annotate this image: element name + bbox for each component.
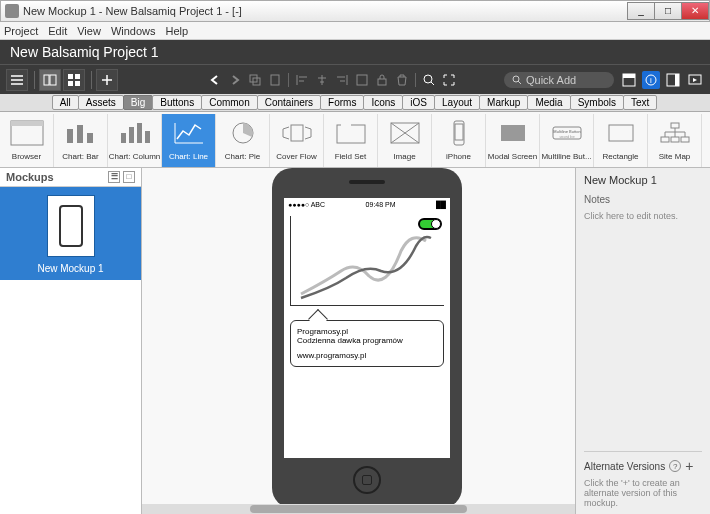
menu-project[interactable]: Project — [4, 25, 38, 37]
tab-containers[interactable]: Containers — [257, 95, 321, 110]
tab-all[interactable]: All — [52, 95, 79, 110]
notes-field[interactable]: Click here to edit notes. — [584, 211, 702, 221]
alternate-versions-label: Alternate Versions — [584, 461, 665, 472]
tab-symbols[interactable]: Symbols — [570, 95, 624, 110]
svg-rect-5 — [75, 81, 80, 86]
hamburger-button[interactable] — [6, 69, 28, 91]
shelf-multiline-button[interactable]: Multiline Buttonsecond lineMultiline But… — [540, 114, 594, 167]
category-tabs: All Assets Big Buttons Common Containers… — [0, 94, 710, 112]
tab-forms[interactable]: Forms — [320, 95, 364, 110]
panel-toggle-button[interactable] — [664, 71, 682, 89]
toggle-switch-widget[interactable] — [418, 218, 442, 230]
svg-rect-0 — [44, 75, 49, 85]
add-button[interactable] — [96, 69, 118, 91]
shelf-modal-screen[interactable]: Modal Screen — [486, 114, 540, 167]
shelf-cover-flow[interactable]: Cover Flow — [270, 114, 324, 167]
horizontal-scrollbar[interactable] — [142, 504, 575, 514]
menu-view[interactable]: View — [77, 25, 101, 37]
zoom-icon[interactable] — [422, 73, 436, 87]
tab-markup[interactable]: Markup — [479, 95, 528, 110]
svg-rect-30 — [291, 125, 303, 141]
lock-icon[interactable] — [375, 73, 389, 87]
mockup-thumbnail — [47, 195, 95, 257]
copy-icon[interactable] — [248, 73, 262, 87]
shelf-chart-pie[interactable]: Chart: Pie — [216, 114, 270, 167]
shelf-rectangle[interactable]: Rectangle — [594, 114, 648, 167]
svg-rect-36 — [501, 125, 525, 141]
shelf-chart-line[interactable]: Chart: Line — [162, 114, 216, 167]
redo-icon[interactable] — [228, 73, 242, 87]
mockups-sidebar: Mockups ☰ □ New Mockup 1 — [0, 168, 142, 514]
svg-rect-35 — [455, 124, 463, 140]
svg-rect-14 — [623, 74, 635, 78]
svg-rect-41 — [671, 123, 679, 128]
window-title: New Mockup 1 - New Balsamiq Project 1 - … — [23, 5, 628, 17]
align-right-icon[interactable] — [335, 73, 349, 87]
undo-icon[interactable] — [208, 73, 222, 87]
svg-rect-44 — [681, 137, 689, 142]
tab-text[interactable]: Text — [623, 95, 657, 110]
menu-windows[interactable]: Windows — [111, 25, 156, 37]
shelf-chart-column[interactable]: Chart: Column — [108, 114, 162, 167]
tab-assets[interactable]: Assets — [78, 95, 124, 110]
mockup-tile[interactable]: New Mockup 1 — [0, 187, 141, 280]
trash-icon[interactable] — [395, 73, 409, 87]
tab-ios[interactable]: iOS — [402, 95, 435, 110]
notes-label: Notes — [584, 194, 702, 205]
svg-rect-26 — [129, 127, 134, 143]
menubar: Project Edit View Windows Help — [0, 22, 710, 40]
group-icon[interactable] — [355, 73, 369, 87]
tab-big[interactable]: Big — [123, 95, 153, 110]
present-button[interactable] — [686, 71, 704, 89]
shelf-site-map[interactable]: Site Map — [648, 114, 702, 167]
maximize-button[interactable]: □ — [654, 2, 682, 20]
callout-line3: www.programosy.pl — [297, 351, 437, 360]
canvas[interactable]: ●●●●○ ABC 09:48 PM ██ Programosy.pl — [142, 168, 575, 514]
tab-media[interactable]: Media — [527, 95, 570, 110]
svg-rect-18 — [675, 74, 679, 86]
svg-rect-10 — [378, 79, 386, 85]
align-center-icon[interactable] — [315, 73, 329, 87]
svg-rect-8 — [271, 75, 279, 85]
callout-line2: Codzienna dawka programów — [297, 336, 437, 345]
search-icon — [512, 75, 522, 85]
quick-add-input[interactable]: Quick Add — [504, 72, 614, 88]
info-button[interactable]: i — [642, 71, 660, 89]
sidebar-grid-view-icon[interactable]: □ — [123, 171, 135, 183]
svg-point-11 — [424, 75, 432, 83]
align-left-icon[interactable] — [295, 73, 309, 87]
minimize-button[interactable]: _ — [627, 2, 655, 20]
svg-text:second line: second line — [559, 135, 575, 139]
panel-title: New Mockup 1 — [584, 174, 702, 186]
shelf-iphone[interactable]: iPhone — [432, 114, 486, 167]
shelf-chart-bar[interactable]: Chart: Bar — [54, 114, 108, 167]
svg-rect-3 — [75, 74, 80, 79]
paste-icon[interactable] — [268, 73, 282, 87]
menu-help[interactable]: Help — [166, 25, 189, 37]
svg-rect-24 — [87, 133, 93, 143]
iphone-widget[interactable]: ●●●●○ ABC 09:48 PM ██ Programosy.pl — [272, 168, 462, 508]
project-title: New Balsamiq Project 1 — [0, 40, 710, 64]
tab-buttons[interactable]: Buttons — [152, 95, 202, 110]
menu-edit[interactable]: Edit — [48, 25, 67, 37]
callout-widget[interactable]: Programosy.pl Codzienna dawka programów … — [290, 320, 444, 367]
view-grid-button[interactable] — [63, 69, 85, 91]
shelf-field-set[interactable]: Field Set — [324, 114, 378, 167]
svg-text:i: i — [650, 76, 652, 85]
add-version-button[interactable]: + — [685, 458, 693, 474]
help-icon[interactable]: ? — [669, 460, 681, 472]
mockup-tile-label: New Mockup 1 — [0, 263, 141, 274]
fullscreen-icon[interactable] — [442, 73, 456, 87]
close-button[interactable]: ✕ — [681, 2, 709, 20]
phone-earpiece — [349, 180, 385, 184]
line-chart-widget[interactable] — [290, 216, 444, 306]
phone-home-button — [353, 466, 381, 494]
tab-layout[interactable]: Layout — [434, 95, 480, 110]
sidebar-list-view-icon[interactable]: ☰ — [108, 171, 120, 183]
view-split-button[interactable] — [39, 69, 61, 91]
shelf-image[interactable]: Image — [378, 114, 432, 167]
tab-common[interactable]: Common — [201, 95, 258, 110]
shelf-browser[interactable]: Browser — [0, 114, 54, 167]
toggle-shelf-button[interactable] — [620, 71, 638, 89]
tab-icons[interactable]: Icons — [363, 95, 403, 110]
